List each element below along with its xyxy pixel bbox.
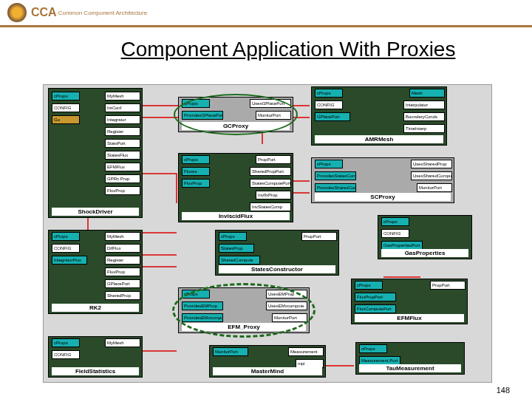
- diagram-canvas: cProps CONFIG Go MyMesh IntConf Integrat…: [43, 84, 492, 383]
- port: MyMesh: [105, 232, 140, 241]
- port: SharedCompute: [219, 256, 260, 265]
- port: CONFIG: [381, 229, 409, 238]
- proxy-highlight-ellipse: [174, 94, 298, 135]
- port: StatesComputePort: [250, 179, 291, 188]
- port: UsesSharedCompute: [411, 171, 452, 180]
- component-inviscid: cProps Fluxes FluxProp PropPort SharedPr…: [178, 153, 293, 222]
- component-amrmesh: cProps CONFIG GPlacePort Mesh Interpolat…: [311, 86, 447, 146]
- component-rk2: cProps CONFIG IntegratorFlux MyMesh DifF…: [48, 230, 143, 314]
- logo-subtitle: Common Component Architecture: [58, 10, 148, 16]
- component-title: AMRMesh: [315, 135, 443, 143]
- port: PropPort: [430, 281, 466, 290]
- port: Register: [105, 256, 140, 265]
- port: cProps: [315, 160, 343, 168]
- port: cProps: [381, 217, 409, 226]
- port: IntConf: [105, 103, 140, 112]
- port: StatsPort: [105, 139, 140, 148]
- port: cProps: [52, 92, 80, 100]
- component-statesconstructor: cProps StatesProp SharedCompute PropPort…: [215, 230, 339, 276]
- port: Integrator: [105, 115, 140, 124]
- port: SharedPropPort: [250, 167, 291, 176]
- port: FluxProp: [105, 267, 140, 276]
- port: CONFIG: [315, 100, 343, 109]
- port: StatesFlux: [105, 151, 140, 160]
- port: MonitorPort: [213, 347, 248, 356]
- component-title: SCProxy: [315, 193, 451, 201]
- component-title: StatesConstructor: [219, 265, 335, 273]
- port: CONFIG: [52, 103, 80, 112]
- port: GPlacePort: [315, 112, 350, 121]
- component-title: FieldStatistics: [52, 367, 139, 375]
- port: MyMesh: [105, 338, 140, 347]
- port: MonitorPort: [417, 183, 452, 192]
- port: cProps: [359, 344, 387, 353]
- port: FluxProp: [105, 186, 140, 195]
- component-gasproperties: cProps CONFIG GasPropertiesPort GasPrope…: [378, 215, 472, 259]
- component-shock-driver: cProps CONFIG Go MyMesh IntConf Integrat…: [48, 88, 143, 218]
- port: SharedProp: [105, 291, 140, 300]
- port: CONFIG: [52, 244, 80, 253]
- component-title: RK2: [52, 304, 139, 312]
- component-scproxy: cProps ProvidesStatesCompute ProvidesSha…: [311, 157, 454, 203]
- port: FluxProp: [182, 179, 210, 188]
- port: Go: [52, 115, 80, 124]
- port: MyMesh: [105, 92, 140, 100]
- port: PropPort: [256, 155, 291, 164]
- component-mastermind: MonitorPort Measurement mpi MasterMind: [209, 345, 326, 378]
- component-title: MasterMind: [213, 367, 322, 375]
- port: CONFIG: [52, 350, 80, 359]
- component-title: TauMeasurement: [359, 364, 461, 372]
- port: Interpolator: [403, 100, 445, 109]
- page-title: Component Application With Proxies: [44, 38, 532, 61]
- component-title: InviscidFlux: [182, 212, 290, 220]
- logo-text: CCA: [31, 6, 57, 19]
- port: ProvidesStatesCompute: [315, 171, 356, 180]
- port: DifFlux: [105, 244, 140, 253]
- port: Fluxes: [182, 167, 210, 176]
- port: Measurement: [288, 347, 324, 356]
- page-number: 148: [497, 386, 510, 395]
- port: GPlacePort: [105, 279, 140, 288]
- port: TimeInterp: [403, 124, 445, 133]
- component-taumeasurement: cProps Measurement.Port TauMeasurement: [355, 342, 465, 375]
- header: CCA Common Component Architecture: [0, 0, 532, 27]
- port: StatesProp: [219, 244, 254, 253]
- port: FluxComputePort: [355, 304, 396, 313]
- component-title: GasProperties: [381, 249, 468, 257]
- port: IntegratorFlux: [52, 256, 87, 265]
- port: InvflxProp: [256, 191, 291, 200]
- port: BoundaryConds: [403, 112, 445, 121]
- component-efmflux: cProps FluxPropPort FluxComputePort Prop…: [351, 279, 468, 324]
- component-title: ShockDriver: [52, 208, 139, 216]
- port: cProps: [182, 155, 210, 164]
- port: GPRc.Prop: [105, 174, 140, 183]
- port: PropPort: [301, 232, 337, 241]
- cca-logo-icon: [7, 3, 27, 22]
- proxy-highlight-ellipse-dashed: [172, 283, 316, 338]
- port: InvStatesComp: [250, 202, 291, 211]
- component-fieldstatistics: cProps CONFIG MyMesh FieldStatistics: [48, 336, 143, 378]
- port: cProps: [52, 338, 80, 347]
- port: cProps: [52, 232, 80, 241]
- port: FluxPropPort: [355, 293, 396, 301]
- component-title: EFMFlux: [355, 314, 464, 322]
- port: cProps: [219, 232, 247, 241]
- port: UsesSharedProp: [411, 160, 452, 168]
- port: Mesh: [409, 89, 445, 98]
- port: cProps: [355, 281, 383, 290]
- port: cProps: [315, 89, 343, 98]
- port: Register: [105, 127, 140, 136]
- port: EFMFlux: [105, 163, 140, 171]
- port: ProvidesSharedCompute: [315, 183, 356, 192]
